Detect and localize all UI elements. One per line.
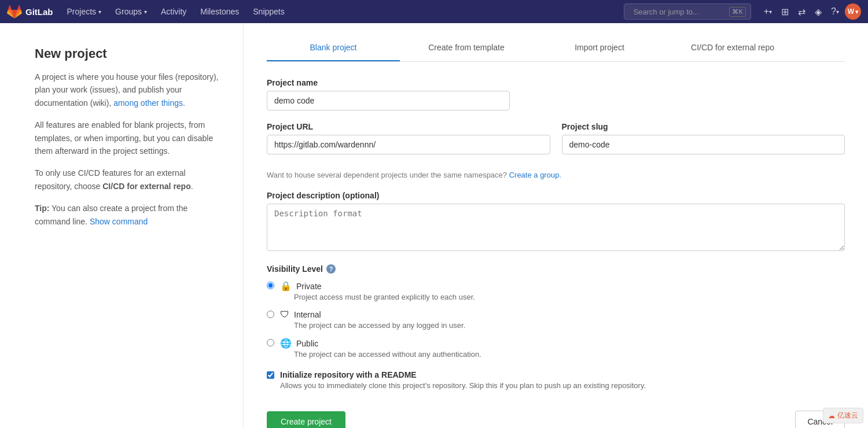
page-title: New project	[35, 46, 220, 61]
project-slug-label: Project slug	[562, 122, 845, 131]
radio-private-label: Private	[296, 282, 322, 291]
left-sidebar: New project A project is where you house…	[0, 23, 243, 428]
project-name-group: Project name	[267, 78, 845, 110]
tab-import-project[interactable]: Import project	[533, 35, 666, 61]
tab-blank-project[interactable]: Blank project	[267, 35, 400, 61]
radio-public-desc: The project can be accessed without any …	[294, 350, 845, 359]
description-input[interactable]	[267, 204, 845, 251]
readme-label: Initialize repository with a README	[280, 370, 845, 379]
search-bar[interactable]: ⌘K	[624, 3, 751, 20]
page-container: New project A project is where you house…	[0, 23, 868, 428]
form-area: Blank project Create from template Impor…	[243, 23, 868, 428]
description-label: Project description (optional)	[267, 191, 845, 200]
gitlab-logo	[7, 4, 22, 19]
radio-internal-input[interactable]	[267, 311, 274, 318]
radio-private-input[interactable]	[267, 282, 274, 289]
tab-create-from-template[interactable]: Create from template	[400, 35, 533, 61]
nav-groups[interactable]: Groups ▾	[111, 0, 152, 23]
shield-icon: 🛡	[280, 309, 289, 320]
project-url-label: Project URL	[267, 122, 550, 131]
radio-private-desc: Project access must be granted explicitl…	[294, 293, 845, 301]
visibility-group: Visibility Level ? 🔒 Private Project acc…	[267, 264, 845, 359]
nav-projects[interactable]: Projects ▾	[62, 0, 106, 23]
sidebar-para1: A project is where you house your files …	[35, 71, 220, 109]
project-slug-input[interactable]	[562, 135, 845, 154]
project-url-input[interactable]	[267, 135, 550, 154]
project-name-label: Project name	[267, 78, 845, 87]
dock-icon[interactable]: ⊞	[778, 0, 792, 23]
tabs: Blank project Create from template Impor…	[267, 35, 845, 62]
watermark-text: 亿速云	[837, 411, 858, 420]
navbar: GitLab Projects ▾ Groups ▾ Activity Mile…	[0, 0, 868, 23]
readme-group: Initialize repository with a README Allo…	[267, 370, 845, 390]
visibility-header: Visibility Level ?	[267, 264, 845, 274]
among-other-things-link[interactable]: among other things	[113, 98, 183, 108]
radio-private: 🔒 Private Project access must be granted…	[267, 281, 845, 301]
radio-public-input[interactable]	[267, 339, 274, 346]
radio-public-label: Public	[296, 339, 318, 348]
navbar-icons: + ▾ ⊞ ⇄ ◈ ?▾ W ▾	[760, 0, 861, 23]
description-group: Project description (optional)	[267, 191, 845, 253]
merge-request-icon[interactable]: ⇄	[795, 0, 809, 23]
sidebar-para2: All features are enabled for blank proje…	[35, 119, 220, 157]
visibility-radio-group: 🔒 Private Project access must be granted…	[267, 281, 845, 359]
url-slug-row: Project URL Project slug	[267, 122, 845, 166]
watermark-icon: ☁	[828, 412, 835, 420]
radio-public: 🌐 Public The project can be accessed wit…	[267, 338, 845, 359]
project-slug-group: Project slug	[562, 122, 845, 154]
readme-desc: Allows you to immediately clone this pro…	[280, 381, 845, 390]
globe-icon: 🌐	[280, 338, 292, 349]
issues-icon[interactable]: ◈	[811, 0, 825, 23]
create-project-button[interactable]: Create project	[267, 411, 345, 428]
nav-snippets[interactable]: Snippets	[248, 0, 289, 23]
project-url-group: Project URL	[267, 122, 550, 154]
show-command-link[interactable]: Show command	[90, 217, 148, 226]
sidebar-para3: To only use CI/CD features for an extern…	[35, 167, 220, 193]
help-icon[interactable]: ?▾	[827, 0, 843, 23]
search-shortcut: ⌘K	[729, 7, 745, 17]
radio-internal-label: Internal	[294, 310, 321, 319]
readme-checkbox[interactable]	[267, 371, 274, 379]
nav-activity[interactable]: Activity	[156, 0, 191, 23]
project-name-input[interactable]	[267, 91, 510, 110]
lock-icon: 🔒	[280, 281, 292, 292]
create-group-link[interactable]: Create a group.	[509, 171, 561, 179]
helper-text: Want to house several dependent projects…	[267, 171, 845, 179]
radio-internal: 🛡 Internal The project can be accessed b…	[267, 309, 845, 330]
nav-milestones[interactable]: Milestones	[196, 0, 244, 23]
tip-text: Tip: You can also create a project from …	[35, 202, 220, 228]
radio-internal-desc: The project can be accessed by any logge…	[294, 321, 845, 330]
tab-cicd-external[interactable]: CI/CD for external repo	[666, 35, 799, 61]
search-input[interactable]	[633, 8, 726, 16]
brand[interactable]: GitLab	[7, 4, 53, 19]
form-actions: Create project Cancel	[267, 401, 845, 428]
user-avatar[interactable]: W ▾	[845, 3, 861, 20]
visibility-help-icon[interactable]: ?	[326, 264, 336, 274]
brand-label: GitLab	[25, 7, 53, 17]
watermark: ☁ 亿速云	[823, 408, 863, 423]
plus-button[interactable]: + ▾	[760, 0, 775, 23]
search-icon	[629, 8, 630, 16]
